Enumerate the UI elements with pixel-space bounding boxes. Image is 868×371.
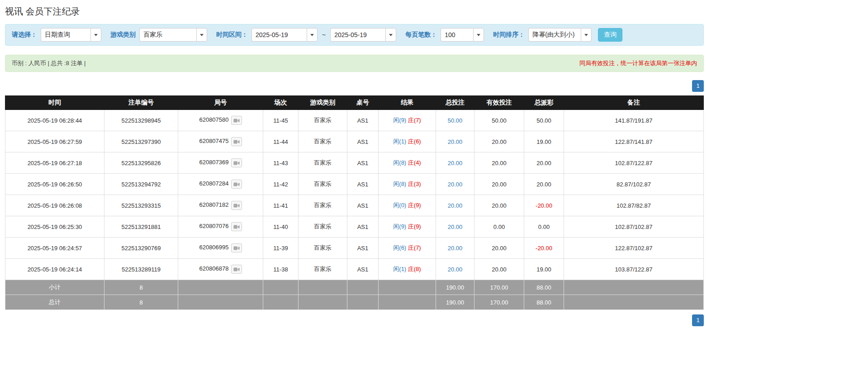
cell-note: 102.87/82.87 xyxy=(564,195,704,216)
page-button-1[interactable]: 1 xyxy=(692,80,704,92)
cell-time: 2025-05-19 06:27:59 xyxy=(5,131,104,152)
query-type-dropdown-button[interactable] xyxy=(90,28,101,42)
cell-note: 102.87/102.87 xyxy=(564,216,704,238)
cell-valid-bet: 20.00 xyxy=(474,152,524,174)
date-from-input[interactable] xyxy=(251,28,307,42)
payout-value: 0.00 xyxy=(538,224,550,230)
cell-bet-id: 522513294792 xyxy=(104,174,178,195)
cell-time: 2025-05-19 06:25:30 xyxy=(5,216,104,238)
subtotal-label: 小计 xyxy=(5,280,104,295)
result-player: 闲(1) xyxy=(393,266,406,272)
search-button[interactable]: 查询 xyxy=(598,28,622,42)
page-button-1[interactable]: 1 xyxy=(692,314,704,326)
cell-round-id: 620807369 xyxy=(178,152,263,174)
video-replay-button[interactable] xyxy=(231,116,242,125)
cell-total-bet: 20.00 xyxy=(436,238,474,259)
total-payout: 88.00 xyxy=(524,295,564,310)
cell-total-bet: 50.00 xyxy=(436,110,474,131)
cell-table-no: AS1 xyxy=(347,216,379,238)
round-id-text: 620806995 xyxy=(199,244,228,251)
video-replay-button[interactable] xyxy=(231,180,242,189)
cell-total-bet: 20.00 xyxy=(436,174,474,195)
subtotal-valid-bet: 170.00 xyxy=(474,280,524,295)
result-player: 闲(6) xyxy=(393,244,406,251)
cell-table-no: AS1 xyxy=(347,259,379,280)
cell-result: 闲(8) 庄(3) xyxy=(379,174,436,195)
game-type-input[interactable] xyxy=(139,28,196,42)
total-bet-link[interactable]: 20.00 xyxy=(448,245,463,252)
cell-total-bet: 20.00 xyxy=(436,152,474,174)
video-replay-button[interactable] xyxy=(231,137,242,146)
date-range-separator: ~ xyxy=(322,31,326,38)
sort-order-input[interactable] xyxy=(528,28,581,42)
header-payout: 总派彩 xyxy=(524,96,564,110)
table-row: 2025-05-19 06:24:57522513290769620806995… xyxy=(5,238,704,259)
header-game-type: 游戏类别 xyxy=(299,96,347,110)
video-replay-button[interactable] xyxy=(231,265,242,274)
cell-game-type: 百家乐 xyxy=(299,152,347,174)
table-row: 2025-05-19 06:24:14522513289119620806878… xyxy=(5,259,704,280)
result-player: 闲(8) xyxy=(393,159,406,166)
payout-value: 19.00 xyxy=(536,266,551,273)
video-replay-button[interactable] xyxy=(231,222,242,231)
total-bet-link[interactable]: 20.00 xyxy=(448,181,463,188)
cell-note: 122.87/102.87 xyxy=(564,238,704,259)
cell-note: 141.87/191.87 xyxy=(564,110,704,131)
cell-table-no: AS1 xyxy=(347,131,379,152)
cell-game-type: 百家乐 xyxy=(299,195,347,216)
total-bet-link[interactable]: 50.00 xyxy=(448,117,463,124)
result-player: 闲(8) xyxy=(393,181,406,187)
table-row: 2025-05-19 06:27:59522513297390620807475… xyxy=(5,131,704,152)
video-replay-button[interactable] xyxy=(231,158,242,167)
table-row: 2025-05-19 06:28:44522513298945620807580… xyxy=(5,110,704,131)
date-from-dropdown-button[interactable] xyxy=(307,28,318,42)
cell-payout: 20.00 xyxy=(524,152,564,174)
subtotal-row: 小计 8 190.00 170.00 88.00 xyxy=(5,280,704,295)
game-type-dropdown-button[interactable] xyxy=(196,28,207,42)
result-banker: 庄(9) xyxy=(408,223,421,230)
cell-session: 11-43 xyxy=(263,152,299,174)
cell-note: 102.87/122.87 xyxy=(564,152,704,174)
payout-value: -20.00 xyxy=(536,245,552,252)
total-bet-link[interactable]: 20.00 xyxy=(448,160,463,166)
total-valid-bet: 170.00 xyxy=(474,295,524,310)
page-size-input[interactable] xyxy=(441,28,473,42)
total-bet-link[interactable]: 20.00 xyxy=(448,138,463,145)
cell-table-no: AS1 xyxy=(347,195,379,216)
date-to-dropdown-button[interactable] xyxy=(385,28,396,42)
sort-order-dropdown-button[interactable] xyxy=(581,28,592,42)
cell-result: 闲(6) 庄(7) xyxy=(379,238,436,259)
caret-down-icon xyxy=(200,34,204,36)
table-header-row: 时间 注单编号 局号 场次 游戏类别 桌号 结果 总投注 有效投注 总派彩 备注 xyxy=(5,96,704,110)
header-total-bet: 总投注 xyxy=(436,96,474,110)
video-camera-icon xyxy=(233,224,240,229)
video-camera-icon xyxy=(233,118,240,123)
result-banker: 庄(8) xyxy=(408,266,421,272)
cell-bet-id: 522513290769 xyxy=(104,238,178,259)
cell-total-bet: 20.00 xyxy=(436,131,474,152)
caret-down-icon xyxy=(94,34,98,36)
video-camera-icon xyxy=(233,267,240,272)
pagination-bottom: 1 xyxy=(5,314,704,326)
date-to-input[interactable] xyxy=(330,28,385,42)
header-result: 结果 xyxy=(379,96,436,110)
cell-valid-bet: 50.00 xyxy=(474,110,524,131)
sort-order-label: 时间排序： xyxy=(493,31,525,39)
cell-game-type: 百家乐 xyxy=(299,131,347,152)
result-player: 闲(9) xyxy=(393,223,406,230)
cell-game-type: 百家乐 xyxy=(299,110,347,131)
cell-round-id: 620806878 xyxy=(178,259,263,280)
video-replay-button[interactable] xyxy=(231,243,242,252)
total-bet-link[interactable]: 20.00 xyxy=(448,224,463,230)
total-bet-link[interactable]: 20.00 xyxy=(448,202,463,209)
cell-bet-id: 522513298945 xyxy=(104,110,178,131)
query-type-input[interactable] xyxy=(41,28,90,42)
total-bet-link[interactable]: 20.00 xyxy=(448,266,463,273)
video-replay-button[interactable] xyxy=(231,201,242,210)
game-type-label: 游戏类别 xyxy=(110,31,136,39)
page-size-dropdown-button[interactable] xyxy=(473,28,484,42)
cell-session: 11-39 xyxy=(263,238,299,259)
cell-total-bet: 20.00 xyxy=(436,195,474,216)
query-type-combo xyxy=(41,28,101,42)
result-banker: 庄(3) xyxy=(408,181,421,187)
